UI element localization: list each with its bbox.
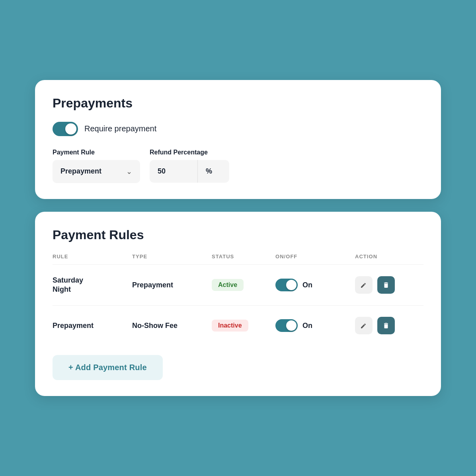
action-cell-1	[355, 276, 419, 294]
delete-button-2[interactable]	[377, 317, 395, 334]
table-row: Prepayment No-Show Fee Inactive On	[53, 306, 423, 345]
rule-type-prepayment: Prepayment	[132, 281, 212, 289]
edit-button-1[interactable]	[355, 276, 373, 294]
status-badge-inactive: Inactive	[212, 320, 248, 332]
require-prepayment-row: Require prepayment	[53, 122, 423, 136]
refund-percentage-group: Refund Percentage %	[150, 149, 229, 183]
col-status: STATUS	[212, 254, 275, 259]
col-type: TYPE	[132, 254, 212, 259]
rule-name-saturday-night: SaturdayNight	[53, 276, 132, 295]
row2-toggle[interactable]	[275, 319, 298, 332]
edit-icon	[360, 322, 367, 329]
status-cell-2: Inactive	[212, 320, 275, 332]
edit-button-2[interactable]	[355, 317, 373, 334]
col-on-off: ON/OFF	[275, 254, 355, 259]
prepayments-title: Prepayments	[53, 96, 423, 111]
table-row: SaturdayNight Prepayment Active On	[53, 265, 423, 306]
refund-unit-label: %	[197, 160, 220, 183]
prepayments-card: Prepayments Require prepayment Payment R…	[35, 80, 441, 199]
payment-rules-card: Payment Rules RULE TYPE STATUS ON/OFF AC…	[35, 212, 441, 396]
delete-button-1[interactable]	[377, 276, 395, 294]
payment-rule-value: Prepayment	[60, 167, 101, 176]
require-prepayment-toggle[interactable]	[53, 122, 78, 136]
rule-type-no-show: No-Show Fee	[132, 322, 212, 330]
row1-toggle[interactable]	[275, 279, 298, 291]
on-off-cell-1: On	[275, 279, 355, 291]
status-cell-1: Active	[212, 279, 275, 291]
add-payment-rule-button[interactable]: + Add Payment Rule	[53, 355, 163, 380]
table-header: RULE TYPE STATUS ON/OFF ACTION	[53, 254, 423, 265]
action-cell-2	[355, 317, 419, 334]
refund-input-wrapper: %	[150, 160, 229, 183]
edit-icon	[360, 281, 367, 289]
require-prepayment-label: Require prepayment	[84, 124, 156, 133]
refund-percentage-label: Refund Percentage	[150, 149, 229, 156]
row2-on-label: On	[302, 322, 312, 330]
payment-rule-select[interactable]: Prepayment ⌄	[53, 160, 140, 183]
refund-percentage-input[interactable]	[150, 160, 197, 183]
col-rule: RULE	[53, 254, 132, 259]
trash-icon	[382, 281, 390, 289]
chevron-down-icon: ⌄	[126, 167, 132, 176]
status-badge-active: Active	[212, 279, 244, 291]
payment-rule-group: Payment Rule Prepayment ⌄	[53, 149, 140, 183]
prepayments-form-row: Payment Rule Prepayment ⌄ Refund Percent…	[53, 149, 423, 183]
col-action: ACTION	[355, 254, 419, 259]
payment-rule-label: Payment Rule	[53, 149, 140, 156]
row1-on-label: On	[302, 281, 312, 289]
payment-rule-select-wrapper: Prepayment ⌄	[53, 160, 140, 183]
trash-icon	[382, 322, 390, 329]
on-off-cell-2: On	[275, 319, 355, 332]
rule-name-prepayment: Prepayment	[53, 321, 132, 330]
payment-rules-title: Payment Rules	[53, 228, 423, 242]
